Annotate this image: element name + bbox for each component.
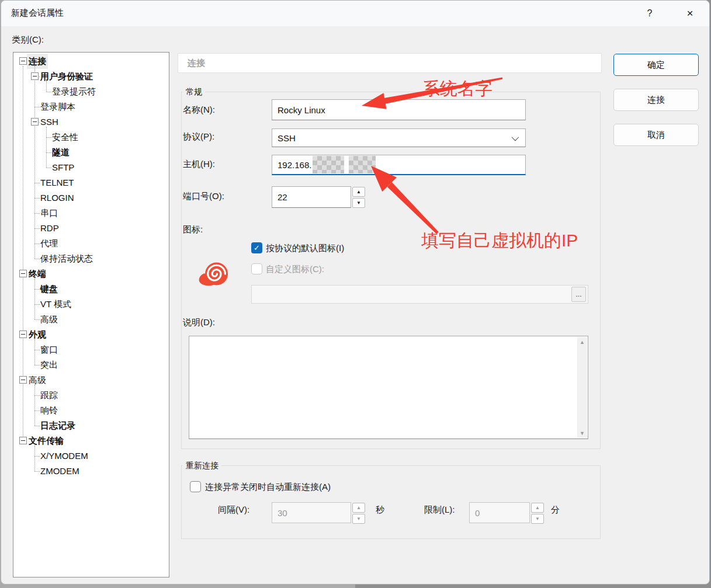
tree-item-label: X/YMODEM [39, 448, 90, 464]
port-input[interactable]: 22 [272, 186, 351, 208]
tree-guide-line [46, 168, 51, 168]
limit-input[interactable]: 0 [469, 502, 530, 523]
interval-input[interactable]: 30 [272, 502, 351, 523]
tree-guide-line [34, 198, 40, 199]
tree-guide-line [34, 446, 35, 471]
tree-guide-line [34, 471, 40, 472]
chevron-down-icon [512, 134, 519, 141]
tree-item[interactable]: 文件传输 [13, 433, 169, 448]
collapse-minus-icon[interactable] [19, 57, 27, 65]
spin-down-icon[interactable]: ▼ [352, 514, 365, 524]
tree-item-label: 文件传输 [27, 433, 65, 448]
tree-guide-line [34, 243, 40, 244]
tree-item-label: 突出 [39, 357, 60, 373]
tree-guide-line [34, 385, 35, 426]
ok-button[interactable]: 确定 [613, 54, 699, 76]
default-icon-label: 按协议的默认图标(I) [266, 243, 344, 254]
tree-item[interactable]: 安全性 [13, 130, 169, 145]
default-icon-checkbox[interactable]: ✓ [251, 242, 262, 253]
spin-up-icon[interactable]: ▲ [352, 187, 365, 197]
censored-ip-block [349, 156, 376, 173]
help-icon[interactable]: ? [641, 5, 658, 22]
collapse-minus-icon[interactable] [19, 330, 27, 338]
interval-label: 间隔(V): [218, 505, 249, 516]
description-label: 说明(D): [183, 317, 215, 328]
name-input[interactable]: Rocky Linux [272, 99, 526, 120]
name-value: Rocky Linux [278, 105, 325, 115]
scroll-down-icon[interactable]: ▼ [577, 428, 587, 438]
collapse-minus-icon[interactable] [19, 437, 27, 444]
icon-label: 图标: [183, 224, 203, 235]
limit-unit: 分 [551, 505, 560, 516]
host-value: 192.168. [278, 160, 311, 170]
collapse-minus-icon[interactable] [19, 376, 27, 384]
protocol-label: 协议(P): [183, 131, 214, 142]
tree-guide-line [34, 426, 40, 426]
spin-down-icon[interactable]: ▼ [531, 514, 544, 524]
tree-item[interactable]: 连接 [13, 54, 169, 69]
tree-item-label: 键盘 [39, 281, 60, 297]
tree-guide-line [34, 66, 35, 259]
description-textarea[interactable]: ▲ ▼ [189, 336, 588, 439]
interval-unit: 秒 [376, 505, 384, 516]
tree-item-label: RLOGIN [39, 190, 76, 206]
host-label: 主机(H): [183, 159, 215, 170]
custom-icon-path-input[interactable]: ... [251, 285, 588, 304]
custom-icon-checkbox[interactable] [251, 263, 262, 274]
check-icon: ✓ [254, 243, 260, 252]
tree-item[interactable]: SFTP [13, 160, 169, 175]
tree-guide-line [34, 395, 40, 396]
host-input[interactable]: 192.168. [272, 155, 526, 175]
tree-item[interactable]: 外观 [13, 327, 169, 342]
tree-guide-line [34, 319, 40, 320]
tree-guide-line [34, 259, 40, 259]
spin-down-icon[interactable]: ▼ [352, 198, 365, 208]
limit-value: 0 [475, 508, 480, 518]
connect-button[interactable]: 连接 [613, 89, 699, 111]
tree-item-label: 串口 [39, 206, 60, 221]
scroll-up-icon[interactable]: ▲ [577, 337, 587, 347]
tree-item-label: 日志记录 [39, 418, 77, 433]
spin-up-icon[interactable]: ▲ [531, 503, 544, 513]
interval-stepper: ▲ ▼ [352, 503, 365, 524]
tree-guide-line [46, 137, 51, 138]
tree-item[interactable]: SSH [13, 114, 169, 130]
spin-up-icon[interactable]: ▲ [352, 503, 365, 513]
port-stepper: ▲ ▼ [352, 187, 365, 208]
browse-button[interactable]: ... [571, 287, 586, 302]
tree-item-label: 连接 [27, 54, 48, 69]
tree-item-label: TELNET [39, 175, 76, 190]
titlebar[interactable]: 新建会话属性 ? × [1, 1, 709, 26]
tree-item-label: 高级 [39, 312, 60, 327]
tree-guide-line [34, 183, 40, 183]
collapse-minus-icon[interactable] [19, 270, 27, 277]
protocol-select[interactable]: SSH [272, 128, 526, 147]
tree-guide-line [46, 127, 47, 168]
tree-guide-line [34, 213, 40, 214]
auto-reconnect-label: 连接异常关闭时自动重新连接(A) [205, 482, 331, 493]
dialog-title: 新建会话属性 [11, 8, 64, 19]
cancel-button[interactable]: 取消 [613, 124, 699, 146]
tree-item[interactable]: 高级 [13, 373, 169, 388]
tree-item[interactable]: 用户身份验证 [13, 69, 169, 84]
tree-item-label: RDP [39, 221, 61, 236]
tree-guide-line [34, 304, 40, 305]
close-icon[interactable]: × [681, 5, 699, 22]
protocol-value: SSH [278, 133, 296, 143]
tree-item-label: 用户身份验证 [39, 69, 95, 84]
tree-item-label: 代理 [39, 236, 60, 251]
auto-reconnect-checkbox[interactable] [190, 481, 201, 492]
tree-item[interactable]: 终端 [13, 266, 169, 281]
collapse-minus-icon[interactable] [31, 72, 39, 80]
tree-item[interactable]: 隧道 [13, 145, 169, 160]
page-title: 连接 [178, 53, 602, 73]
tree-item[interactable]: 登录提示符 [13, 84, 169, 99]
collapse-minus-icon[interactable] [31, 118, 39, 126]
tree-item-label: 登录脚本 [39, 99, 77, 114]
scrollbar[interactable]: ▲ ▼ [577, 337, 587, 438]
general-group-label: 常规 [183, 86, 205, 98]
limit-stepper: ▲ ▼ [531, 503, 544, 524]
tree-guide-line [34, 339, 35, 365]
tree-item-label: 保持活动状态 [39, 251, 95, 266]
tree-item-label: 跟踪 [39, 388, 60, 403]
